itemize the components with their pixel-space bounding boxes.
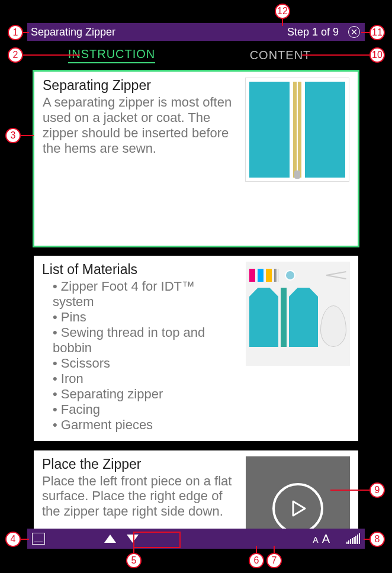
list-item: Separating zipper [53, 387, 237, 402]
callout: 12 [275, 4, 290, 26]
callout: 7 [266, 546, 282, 568]
list-item: Garment pieces [53, 417, 237, 433]
callout-number: 5 [126, 553, 142, 568]
list-item: Sewing thread in top and bobbin [53, 325, 237, 356]
callout: 10 [302, 47, 385, 63]
card-title: List of Materials [42, 262, 237, 278]
instruction-card[interactable]: List of Materials Zipper Foot 4 for IDT™… [33, 255, 359, 442]
card-text: Place the Zipper Place the left front pi… [42, 456, 237, 529]
close-button[interactable] [348, 26, 360, 38]
titlebar: Separating Zipper Step 1 of 9 [27, 23, 365, 41]
callout-number: 6 [249, 553, 264, 568]
list-item: Pins [53, 310, 237, 325]
tab-instruction-label: INSTRUCTION [68, 47, 156, 63]
callout-number: 1 [8, 25, 23, 40]
font-decrease-button[interactable]: A [313, 535, 318, 545]
bottombar: A A [27, 529, 365, 549]
card-title: Place the Zipper [42, 456, 237, 472]
card-illustration [245, 78, 349, 182]
callout: 8 [364, 532, 385, 547]
close-icon [351, 29, 357, 35]
callout: 9 [330, 482, 385, 498]
card-body: A separating zipper is most often used o… [43, 95, 237, 156]
materials-list: Zipper Foot 4 for IDT™ system Pins Sewin… [42, 279, 237, 433]
step-indicator: Step 1 of 9 [287, 26, 339, 38]
list-item: Iron [53, 371, 237, 387]
instruction-card[interactable]: Place the Zipper Place the left front pi… [33, 450, 359, 529]
card-text: Separating Zipper A separating zipper is… [43, 78, 237, 237]
callout-number: 9 [369, 482, 385, 498]
callout-number: 7 [266, 553, 282, 568]
content-area[interactable]: Separating Zipper A separating zipper is… [27, 69, 365, 529]
callout-number: 2 [8, 47, 23, 63]
callout-number: 3 [5, 128, 21, 143]
nav-group [104, 535, 139, 543]
prev-step-button[interactable] [104, 535, 116, 543]
resize-handle[interactable] [346, 533, 360, 544]
callout-number: 8 [369, 532, 385, 547]
chevron-up-icon [104, 535, 116, 543]
app-window: Separating Zipper Step 1 of 9 INSTRUCTIO… [27, 23, 365, 549]
minimize-icon [32, 533, 45, 545]
paragraph: Place the left front piece on a flat sur… [42, 474, 237, 520]
play-button[interactable] [272, 483, 323, 529]
callout-number: 4 [5, 532, 21, 547]
callout: 11 [361, 25, 385, 40]
next-step-button[interactable] [127, 535, 139, 543]
callout-number: 11 [369, 25, 385, 40]
callout: 6 [249, 546, 264, 568]
chevron-down-icon [127, 535, 139, 543]
font-size-group: A A [313, 532, 330, 546]
callout-number: 12 [275, 4, 290, 19]
minimize-button[interactable] [32, 533, 45, 545]
card-title: Separating Zipper [43, 78, 237, 94]
list-item: Facing [53, 402, 237, 417]
list-item: Scissors [53, 356, 237, 371]
card-illustration [246, 262, 350, 366]
callout: 4 [5, 532, 29, 547]
callout: 2 [8, 47, 80, 63]
card-body: Zipper Foot 4 for IDT™ system Pins Sewin… [42, 279, 237, 433]
card-body: Place the left front piece on a flat sur… [42, 474, 237, 529]
callout: 1 [8, 25, 29, 40]
callout-number: 10 [369, 47, 385, 63]
instruction-card[interactable]: Separating Zipper A separating zipper is… [33, 70, 359, 247]
card-text: List of Materials Zipper Foot 4 for IDT™… [42, 262, 237, 433]
font-increase-button[interactable]: A [322, 532, 330, 546]
callout: 5 [126, 548, 142, 568]
play-icon [287, 498, 309, 519]
list-item: Zipper Foot 4 for IDT™ system [53, 279, 237, 310]
callout: 3 [5, 128, 34, 143]
project-title: Separating Zipper [31, 26, 287, 38]
